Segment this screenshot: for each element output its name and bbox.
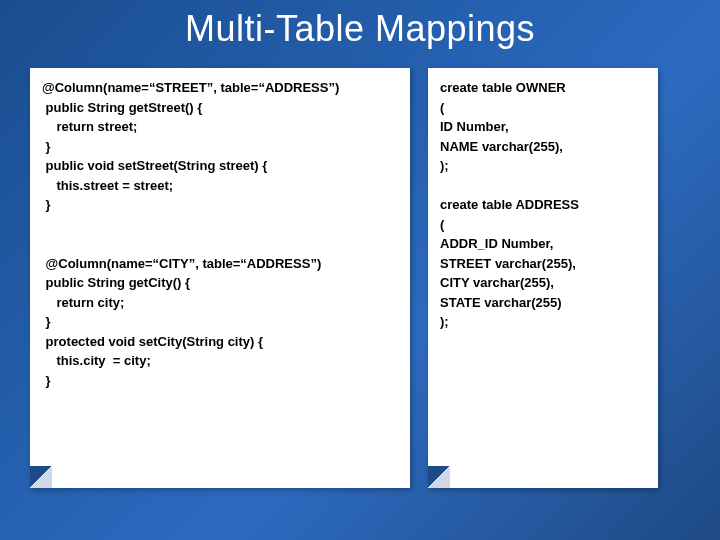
content-row: @Column(name=“STREET”, table=“ADDRESS”) …: [30, 68, 690, 520]
sql-code-panel: create table OWNER ( ID Number, NAME var…: [428, 68, 658, 488]
sql-code-block: create table OWNER ( ID Number, NAME var…: [440, 78, 646, 332]
java-code-panel: @Column(name=“STREET”, table=“ADDRESS”) …: [30, 68, 410, 488]
java-code-block: @Column(name=“STREET”, table=“ADDRESS”) …: [42, 78, 398, 390]
page-title: Multi-Table Mappings: [30, 8, 690, 50]
slide: Multi-Table Mappings @Column(name=“STREE…: [0, 0, 720, 540]
